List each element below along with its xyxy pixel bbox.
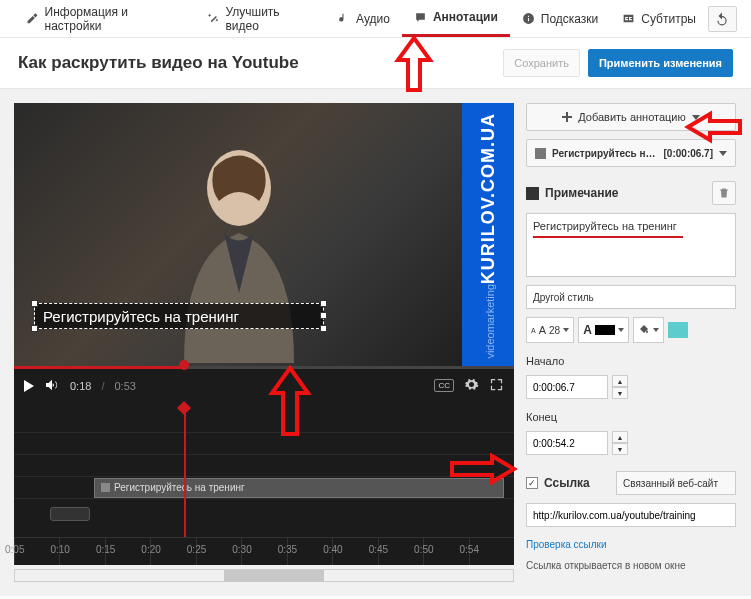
tab-audio[interactable]: Аудио — [325, 0, 402, 37]
resize-handle[interactable] — [320, 325, 327, 332]
bucket-icon — [638, 324, 650, 336]
time-current: 0:18 — [70, 380, 91, 392]
timeline-row — [14, 455, 514, 477]
start-time-input[interactable] — [526, 375, 608, 399]
bg-color-tool[interactable] — [633, 317, 664, 343]
tab-label: Информация и настройки — [45, 5, 183, 33]
link-label: Ссылка — [544, 476, 590, 490]
link-row: ✓ Ссылка Связанный веб-сайт — [526, 471, 736, 495]
font-size-tool[interactable]: A A 28 — [526, 317, 574, 343]
annotation-overlay[interactable]: Регистрируйтесь на тренинг — [34, 303, 324, 329]
page: Информация и настройки Улучшить видео Ау… — [0, 0, 751, 599]
tab-label: Улучшить видео — [225, 5, 313, 33]
annotation-text-input[interactable]: Регистрируйтесь на тренинг — [526, 213, 736, 277]
tick-label: 0:30 — [232, 544, 251, 555]
timeline-ticks: 0:05 0:10 0:15 0:20 0:25 0:30 0:35 0:40 … — [14, 537, 514, 565]
volume-button[interactable] — [44, 377, 60, 395]
timeline[interactable]: Регистрируйтесь на тренинг 0:05 0:10 0:1… — [14, 403, 514, 565]
apply-button[interactable]: Применить изменения — [588, 49, 733, 77]
revert-button[interactable] — [708, 6, 737, 32]
annotation-list-item[interactable]: Регистрируйтесь на трен... [0:00:06.7] — [526, 139, 736, 167]
end-label: Конец — [526, 411, 736, 423]
black-swatch — [595, 325, 615, 335]
caret-down-icon — [563, 328, 569, 332]
font-color-tool[interactable]: A — [578, 317, 629, 343]
video-preview[interactable]: KURILOV.COM.UA videomarketing Регистриру… — [14, 103, 514, 369]
resize-handle[interactable] — [31, 300, 38, 307]
tab-info[interactable]: Информация и настройки — [14, 0, 195, 37]
timeline-annotation-label: Регистрируйтесь на тренинг — [114, 482, 245, 493]
tab-label: Подсказки — [541, 12, 599, 26]
step-down[interactable]: ▼ — [612, 443, 628, 455]
style-select[interactable]: Другой стиль — [526, 285, 736, 309]
timeline-annotation[interactable]: Регистрируйтесь на тренинг — [94, 478, 504, 498]
tab-label: Аннотации — [433, 10, 498, 24]
cc-icon — [622, 12, 635, 25]
progress-fill — [14, 366, 184, 369]
tick-label: 0:10 — [50, 544, 69, 555]
caret-down-icon — [653, 328, 659, 332]
link-type-select[interactable]: Связанный веб-сайт — [616, 471, 736, 495]
editor-tabs: Информация и настройки Улучшить видео Ау… — [0, 0, 751, 38]
step-down[interactable]: ▼ — [612, 387, 628, 399]
timeline-zoom-slider[interactable] — [50, 507, 90, 521]
check-link[interactable]: Проверка ссылки — [526, 539, 736, 550]
plus-icon — [562, 112, 572, 122]
resize-handle[interactable] — [31, 325, 38, 332]
step-up[interactable]: ▲ — [612, 431, 628, 443]
expand-icon — [489, 377, 504, 392]
big-a-icon: A — [539, 324, 546, 336]
tab-subtitles[interactable]: Субтитры — [610, 0, 708, 37]
font-size-value: 28 — [549, 325, 560, 336]
tick-label: 0:40 — [323, 544, 342, 555]
end-time-input[interactable] — [526, 431, 608, 455]
left-column: KURILOV.COM.UA videomarketing Регистриру… — [14, 103, 514, 582]
playhead[interactable] — [184, 403, 186, 537]
info-icon — [522, 12, 535, 25]
link-url-input[interactable] — [526, 503, 736, 527]
note-icon — [337, 12, 350, 25]
tick-label: 0:54 — [460, 544, 479, 555]
start-time-row: ▲ ▼ — [526, 375, 736, 399]
speech-icon — [414, 11, 427, 24]
delete-button[interactable] — [712, 181, 736, 205]
title-row: Как раскрутить видео на Youtube Сохранит… — [0, 38, 751, 88]
banner-sub: videomarketing — [484, 284, 496, 359]
link-type-value: Связанный веб-сайт — [623, 478, 718, 489]
timeline-row — [14, 411, 514, 433]
end-stepper: ▲ ▼ — [612, 431, 628, 455]
cc-button[interactable]: CC — [434, 379, 454, 392]
section-note-header: Примечание — [526, 181, 736, 205]
end-time-row: ▲ ▼ — [526, 431, 736, 455]
progress-track[interactable] — [14, 366, 514, 369]
save-button[interactable]: Сохранить — [503, 49, 580, 77]
fullscreen-button[interactable] — [489, 377, 504, 394]
time-sep: / — [101, 380, 104, 392]
play-button[interactable] — [24, 380, 34, 392]
video-banner: KURILOV.COM.UA videomarketing — [462, 103, 514, 369]
link-checkbox[interactable]: ✓ — [526, 477, 538, 489]
annotation-panel: Добавить аннотацию Регистрируйтесь на тр… — [526, 103, 736, 582]
annotation-item-time: [0:00:06.7] — [664, 148, 713, 159]
tab-annotations[interactable]: Аннотации — [402, 0, 510, 37]
style-value: Другой стиль — [533, 292, 594, 303]
bg-color-swatch[interactable] — [668, 322, 688, 338]
font-color-a-icon: A — [583, 323, 592, 337]
banner-main: KURILOV.COM.UA — [478, 113, 499, 284]
caret-down-icon — [618, 328, 624, 332]
settings-button[interactable] — [464, 377, 479, 394]
tab-cards[interactable]: Подсказки — [510, 0, 611, 37]
resize-handle[interactable] — [320, 300, 327, 307]
tab-enhance[interactable]: Улучшить видео — [195, 0, 325, 37]
resize-handle[interactable] — [320, 312, 327, 319]
add-annotation-button[interactable]: Добавить аннотацию — [526, 103, 736, 131]
volume-icon — [44, 377, 60, 393]
progress-handle[interactable] — [179, 360, 189, 370]
step-up[interactable]: ▲ — [612, 375, 628, 387]
horizontal-scrollbar[interactable] — [14, 569, 514, 582]
time-duration: 0:53 — [114, 380, 135, 392]
tick-label: 0:25 — [187, 544, 206, 555]
note-icon — [526, 187, 539, 200]
link-note: Ссылка открывается в новом окне — [526, 560, 736, 571]
scrollbar-thumb[interactable] — [224, 570, 324, 582]
